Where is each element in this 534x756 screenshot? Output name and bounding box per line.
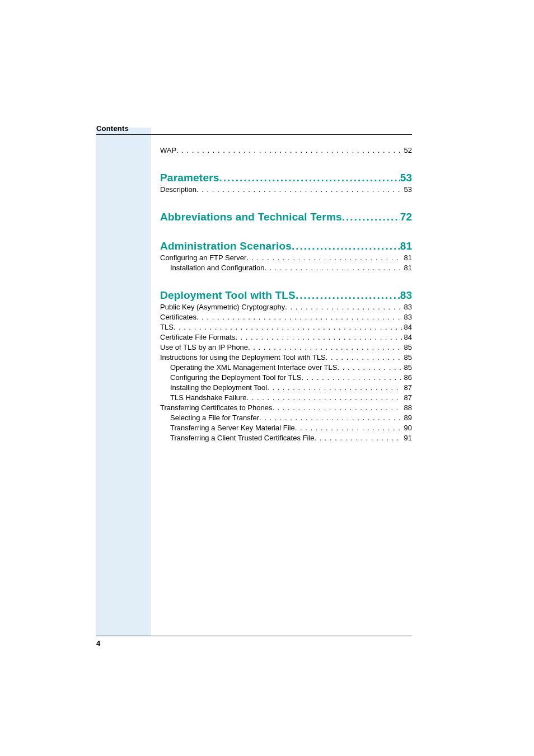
toc-leader [285,302,401,312]
toc-label: TLS [160,322,174,332]
toc-entry[interactable]: TLS 84 [160,322,412,332]
toc-leader [259,413,402,423]
toc-entry[interactable]: Use of TLS by an IP Phone 85 [160,342,412,353]
toc-label: Operating the XML Management Interface o… [170,363,337,373]
toc-entry[interactable]: Public Key (Asymmetric) Cryptography 83 [160,302,412,312]
toc-entry[interactable]: Description 53 [160,185,412,195]
toc-chapter[interactable]: Administration Scenarios 81 [160,240,412,253]
toc-leader [296,289,400,302]
toc-leader [314,433,401,443]
toc-label: Deployment Tool with TLS [160,289,296,302]
toc-entry[interactable]: Operating the XML Management Interface o… [160,363,412,373]
toc-page: 89 [402,413,412,423]
toc-leader [264,263,401,273]
toc-label: Abbreviations and Technical Terms [160,210,342,224]
footer-rule [96,636,412,636]
toc-page: 83 [402,302,412,312]
toc-leader [342,210,400,224]
toc-page: 91 [402,433,412,443]
toc-leader [174,322,402,332]
toc-leader [326,353,402,363]
toc-page: 87 [402,393,412,403]
toc-container: WAP 52Parameters 53Description 53Abbrevi… [160,145,412,443]
toc-entry[interactable]: Installation and Configuration 81 [160,263,412,273]
toc-label: Transferring a Client Trusted Certificat… [170,433,314,443]
toc-chapter[interactable]: Parameters 53 [160,171,412,185]
toc-chapter[interactable]: Abbreviations and Technical Terms 72 [160,210,412,224]
toc-leader [176,145,401,156]
toc-page: 85 [402,342,412,353]
toc-label: Configuring the Deployment Tool for TLS [170,373,301,383]
toc-leader [337,363,401,373]
toc-label: Description [160,185,196,195]
toc-entry[interactable]: Certificate File Formats 84 [160,332,412,342]
toc-leader [235,332,401,342]
toc-label: Configuring an FTP Server [160,253,246,263]
toc-label: Instructions for using the Deployment To… [160,353,326,363]
toc-leader [267,383,401,393]
toc-entry[interactable]: Installing the Deployment Tool 87 [160,383,412,393]
toc-label: Use of TLS by an IP Phone [160,342,248,353]
toc-label: TLS Handshake Failure [170,393,247,403]
toc-label: Certificate File Formats [160,332,235,342]
toc-page: 53 [400,171,412,185]
toc-label: Installation and Configuration [170,263,264,273]
toc-label: Selecting a File for Transfer [170,413,259,423]
toc-entry[interactable]: Transferring Certificates to Phones 88 [160,403,412,413]
toc-page: 83 [400,289,412,302]
page-number: 4 [96,639,100,647]
toc-leader [247,393,402,403]
toc-page: 86 [402,373,412,383]
toc-entry[interactable]: Instructions for using the Deployment To… [160,353,412,363]
toc-leader [196,312,402,322]
toc-chapter[interactable]: Deployment Tool with TLS 83 [160,289,412,302]
toc-page: 83 [402,312,412,322]
toc-entry[interactable]: Transferring a Server Key Material File … [160,423,412,433]
toc-page: 81 [402,263,412,273]
toc-label: Transferring Certificates to Phones [160,403,272,413]
toc-label: Certificates [160,312,196,322]
toc-entry[interactable]: Configuring an FTP Server 81 [160,253,412,263]
toc-leader [246,253,401,263]
toc-label: Installing the Deployment Tool [170,383,267,393]
toc-label: WAP [160,145,176,156]
toc-page: 84 [402,332,412,342]
toc-page: 87 [402,383,412,393]
toc-page: 90 [402,423,412,433]
toc-page: 81 [400,240,412,253]
toc-page: 84 [402,322,412,332]
toc-page: 81 [402,253,412,263]
toc-page: 53 [402,185,412,195]
toc-entry[interactable]: TLS Handshake Failure 87 [160,393,412,403]
toc-page: 85 [402,353,412,363]
toc-label: Public Key (Asymmetric) Cryptography [160,302,285,312]
toc-leader [292,240,400,253]
header-rule [96,134,412,135]
toc-leader [272,403,401,413]
toc-entry[interactable]: WAP 52 [160,145,412,156]
toc-leader [196,185,402,195]
toc-entry[interactable]: Certificates 83 [160,312,412,322]
toc-leader [301,373,401,383]
toc-label: Transferring a Server Key Material File [170,423,295,433]
toc-entry[interactable]: Transferring a Client Trusted Certificat… [160,433,412,443]
left-accent-bar [96,128,151,636]
toc-label: Administration Scenarios [160,240,292,253]
toc-leader [248,342,401,353]
toc-page: 72 [400,210,412,224]
toc-label: Parameters [160,171,219,185]
toc-leader [219,171,400,185]
toc-page: 88 [402,403,412,413]
contents-header: Contents [96,124,129,133]
toc-leader [295,423,402,433]
toc-page: 85 [402,363,412,373]
toc-page: 52 [402,145,412,156]
toc-entry[interactable]: Configuring the Deployment Tool for TLS … [160,373,412,383]
toc-entry[interactable]: Selecting a File for Transfer 89 [160,413,412,423]
